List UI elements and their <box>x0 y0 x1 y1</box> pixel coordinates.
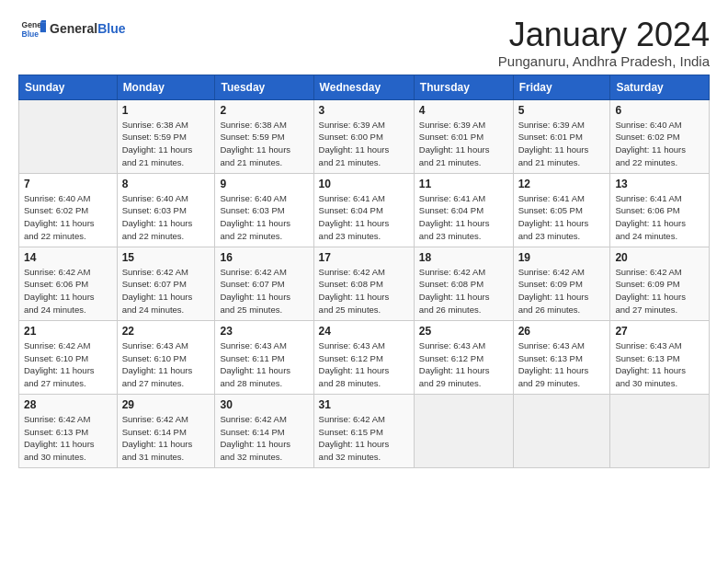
day-number: 7 <box>24 178 112 190</box>
calendar-cell: 31Sunrise: 6:42 AM Sunset: 6:15 PM Dayli… <box>313 394 414 467</box>
day-info: Sunrise: 6:42 AM Sunset: 6:08 PM Dayligh… <box>419 266 508 316</box>
col-saturday: Saturday <box>610 75 710 99</box>
day-info: Sunrise: 6:40 AM Sunset: 6:03 PM Dayligh… <box>220 192 308 243</box>
day-info: Sunrise: 6:39 AM Sunset: 6:00 PM Dayligh… <box>319 119 409 169</box>
day-info: Sunrise: 6:43 AM Sunset: 6:12 PM Dayligh… <box>419 339 508 390</box>
day-info: Sunrise: 6:43 AM Sunset: 6:12 PM Dayligh… <box>319 339 409 390</box>
day-info: Sunrise: 6:39 AM Sunset: 6:01 PM Dayligh… <box>419 119 508 169</box>
svg-text:Blue: Blue <box>22 29 40 39</box>
day-number: 15 <box>122 251 210 264</box>
calendar-week-row: 14Sunrise: 6:42 AM Sunset: 6:06 PM Dayli… <box>19 247 710 320</box>
day-info: Sunrise: 6:42 AM Sunset: 6:14 PM Dayligh… <box>220 413 308 464</box>
month-year-title: January 2024 <box>498 17 710 53</box>
day-info: Sunrise: 6:42 AM Sunset: 6:06 PM Dayligh… <box>24 266 112 316</box>
day-number: 31 <box>319 398 409 411</box>
day-info: Sunrise: 6:39 AM Sunset: 6:01 PM Dayligh… <box>518 119 606 169</box>
calendar-cell: 9Sunrise: 6:40 AM Sunset: 6:03 PM Daylig… <box>215 173 313 247</box>
day-info: Sunrise: 6:41 AM Sunset: 6:04 PM Dayligh… <box>419 192 508 243</box>
col-monday: Monday <box>117 75 215 99</box>
calendar-cell: 19Sunrise: 6:42 AM Sunset: 6:09 PM Dayli… <box>513 247 610 320</box>
calendar-cell: 11Sunrise: 6:41 AM Sunset: 6:04 PM Dayli… <box>414 173 513 247</box>
day-info: Sunrise: 6:42 AM Sunset: 6:07 PM Dayligh… <box>122 266 210 316</box>
day-number: 4 <box>419 104 508 117</box>
day-number: 5 <box>518 104 606 117</box>
day-info: Sunrise: 6:42 AM Sunset: 6:09 PM Dayligh… <box>518 266 606 316</box>
day-number: 13 <box>615 178 704 190</box>
day-number: 16 <box>220 251 308 264</box>
calendar-cell: 28Sunrise: 6:42 AM Sunset: 6:13 PM Dayli… <box>19 394 118 467</box>
day-info: Sunrise: 6:38 AM Sunset: 5:59 PM Dayligh… <box>220 119 308 169</box>
calendar-cell: 10Sunrise: 6:41 AM Sunset: 6:04 PM Dayli… <box>313 173 414 247</box>
calendar-cell <box>513 394 610 467</box>
day-number: 21 <box>24 325 112 338</box>
logo-general: General <box>50 21 97 36</box>
calendar-cell: 12Sunrise: 6:41 AM Sunset: 6:05 PM Dayli… <box>513 173 610 247</box>
calendar-cell: 7Sunrise: 6:40 AM Sunset: 6:02 PM Daylig… <box>19 173 118 247</box>
day-info: Sunrise: 6:42 AM Sunset: 6:09 PM Dayligh… <box>615 266 704 316</box>
day-number: 22 <box>122 325 210 338</box>
day-info: Sunrise: 6:40 AM Sunset: 6:02 PM Dayligh… <box>24 192 112 243</box>
day-number: 30 <box>220 398 308 411</box>
logo: General Blue GeneralBlue <box>18 17 125 42</box>
day-info: Sunrise: 6:43 AM Sunset: 6:11 PM Dayligh… <box>220 339 308 390</box>
calendar-cell: 15Sunrise: 6:42 AM Sunset: 6:07 PM Dayli… <box>117 247 215 320</box>
col-wednesday: Wednesday <box>313 75 414 99</box>
col-tuesday: Tuesday <box>215 75 313 99</box>
calendar-cell: 20Sunrise: 6:42 AM Sunset: 6:09 PM Dayli… <box>610 247 710 320</box>
day-number: 17 <box>319 251 409 264</box>
calendar-cell <box>19 99 118 173</box>
calendar-cell: 14Sunrise: 6:42 AM Sunset: 6:06 PM Dayli… <box>19 247 118 320</box>
day-info: Sunrise: 6:42 AM Sunset: 6:13 PM Dayligh… <box>24 413 112 464</box>
day-number: 11 <box>419 178 508 190</box>
calendar-cell: 1Sunrise: 6:38 AM Sunset: 5:59 PM Daylig… <box>117 99 215 173</box>
header: General Blue GeneralBlue January 2024 Pu… <box>18 17 710 69</box>
day-info: Sunrise: 6:41 AM Sunset: 6:04 PM Dayligh… <box>319 192 409 243</box>
calendar-cell <box>414 394 513 467</box>
calendar-cell: 22Sunrise: 6:43 AM Sunset: 6:10 PM Dayli… <box>117 320 215 394</box>
day-number: 12 <box>518 178 606 190</box>
calendar-cell: 13Sunrise: 6:41 AM Sunset: 6:06 PM Dayli… <box>610 173 710 247</box>
calendar-cell: 27Sunrise: 6:43 AM Sunset: 6:13 PM Dayli… <box>610 320 710 394</box>
day-info: Sunrise: 6:41 AM Sunset: 6:06 PM Dayligh… <box>615 192 704 243</box>
logo-blue: Blue <box>97 21 125 36</box>
calendar-cell: 29Sunrise: 6:42 AM Sunset: 6:14 PM Dayli… <box>117 394 215 467</box>
day-number: 20 <box>615 251 704 264</box>
page: General Blue GeneralBlue January 2024 Pu… <box>0 0 728 477</box>
calendar-cell: 6Sunrise: 6:40 AM Sunset: 6:02 PM Daylig… <box>610 99 710 173</box>
calendar-week-row: 28Sunrise: 6:42 AM Sunset: 6:13 PM Dayli… <box>19 394 710 467</box>
calendar-cell: 23Sunrise: 6:43 AM Sunset: 6:11 PM Dayli… <box>215 320 313 394</box>
title-block: January 2024 Punganuru, Andhra Pradesh, … <box>498 17 710 69</box>
calendar-week-row: 21Sunrise: 6:42 AM Sunset: 6:10 PM Dayli… <box>19 320 710 394</box>
calendar-cell: 30Sunrise: 6:42 AM Sunset: 6:14 PM Dayli… <box>215 394 313 467</box>
calendar-table: Sunday Monday Tuesday Wednesday Thursday… <box>18 75 710 468</box>
col-thursday: Thursday <box>414 75 513 99</box>
day-info: Sunrise: 6:42 AM Sunset: 6:07 PM Dayligh… <box>220 266 308 316</box>
calendar-week-row: 1Sunrise: 6:38 AM Sunset: 5:59 PM Daylig… <box>19 99 710 173</box>
day-info: Sunrise: 6:42 AM Sunset: 6:14 PM Dayligh… <box>122 413 210 464</box>
day-number: 19 <box>518 251 606 264</box>
day-number: 8 <box>122 178 210 190</box>
day-number: 23 <box>220 325 308 338</box>
svg-marker-2 <box>40 22 46 32</box>
calendar-cell: 17Sunrise: 6:42 AM Sunset: 6:08 PM Dayli… <box>313 247 414 320</box>
day-number: 18 <box>419 251 508 264</box>
calendar-cell: 21Sunrise: 6:42 AM Sunset: 6:10 PM Dayli… <box>19 320 118 394</box>
day-number: 1 <box>122 104 210 117</box>
col-sunday: Sunday <box>19 75 118 99</box>
day-info: Sunrise: 6:43 AM Sunset: 6:10 PM Dayligh… <box>122 339 210 390</box>
day-number: 24 <box>319 325 409 338</box>
day-info: Sunrise: 6:40 AM Sunset: 6:03 PM Dayligh… <box>122 192 210 243</box>
calendar-cell: 3Sunrise: 6:39 AM Sunset: 6:00 PM Daylig… <box>313 99 414 173</box>
location-subtitle: Punganuru, Andhra Pradesh, India <box>498 53 710 69</box>
col-friday: Friday <box>513 75 610 99</box>
day-number: 3 <box>319 104 409 117</box>
day-info: Sunrise: 6:40 AM Sunset: 6:02 PM Dayligh… <box>615 119 704 169</box>
day-number: 9 <box>220 178 308 190</box>
calendar-cell <box>610 394 710 467</box>
day-number: 26 <box>518 325 606 338</box>
calendar-cell: 24Sunrise: 6:43 AM Sunset: 6:12 PM Dayli… <box>313 320 414 394</box>
calendar-cell: 16Sunrise: 6:42 AM Sunset: 6:07 PM Dayli… <box>215 247 313 320</box>
day-number: 10 <box>319 178 409 190</box>
day-info: Sunrise: 6:42 AM Sunset: 6:15 PM Dayligh… <box>319 413 409 464</box>
calendar-cell: 8Sunrise: 6:40 AM Sunset: 6:03 PM Daylig… <box>117 173 215 247</box>
